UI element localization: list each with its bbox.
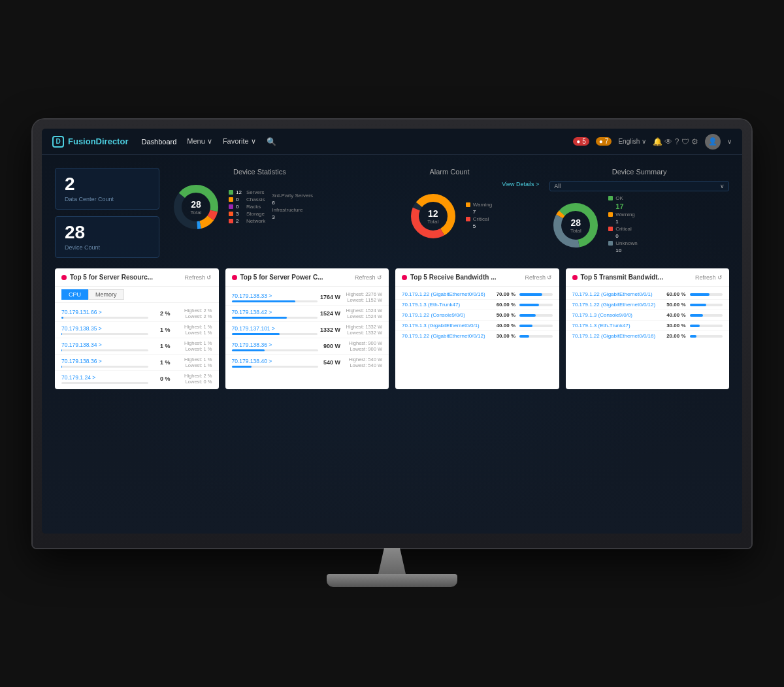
server-power-title: Top 5 for Server Power C... [240,274,323,281]
device-count-card: 28 Device Count [55,216,159,258]
nav-right: ● 5 ● 7 English ∨ 🔔 👁 ? 🛡 ⚙ 👤 ∨ [573,134,732,150]
app-logo: D FusionDirector [52,136,128,148]
badge-red: ● 5 [573,137,589,146]
receive-bandwidth-dot [402,275,407,280]
device-summary-filter[interactable]: All ∨ [549,181,729,191]
row-ip[interactable]: 70.179.1.22 (GigabitEthernet0/0/16) [572,333,657,339]
view-details-link[interactable]: View Details > [360,181,540,187]
alarm-count-panel: Alarm Count View Details > [360,168,540,258]
left-stats: 2 Data Center Count 28 Device Count [55,168,159,258]
server-resource-refresh[interactable]: Refresh ↺ [184,274,212,281]
row-ip[interactable]: 70.179.138.42 > [232,309,318,315]
stand-base [327,574,457,587]
nav-links: Dashboard Menu ∨ Favorite ∨ 🔍 [141,137,560,146]
row-ip[interactable]: 70.179.138.36 > [232,342,319,348]
nav-icons: 🔔 👁 ? 🛡 ⚙ [653,137,698,146]
table-row: 70.179.131.66 > 2 % Highest: 2 %Lowest: … [55,306,219,322]
server-resource-card: Top 5 for Server Resourc... Refresh ↺ CP… [55,268,219,389]
tab-cpu[interactable]: CPU [61,289,88,300]
table-row: 70.179.1.24 > 0 % Highest: 2 %Lowest: 0 … [55,371,219,387]
stats-row: 2 Data Center Count 28 Device Count [55,168,729,258]
device-summary-title: Device Summary [549,168,729,176]
row-ip[interactable]: 70.179.1.22 (GigabitEthernet0/0/1) [572,291,657,297]
nav-menu[interactable]: Menu ∨ [187,137,212,146]
donut-center-device: 28 Total [191,199,202,216]
data-center-card: 2 Data Center Count [55,168,159,210]
alarm-legend: Warning 7 Critical 5 [466,202,493,231]
row-ip[interactable]: 70.179.131.66 > [61,309,148,315]
content-wrapper: 2 Data Center Count 28 Device Count [55,168,729,389]
row-ip[interactable]: 70.179.1.22 (GigabitEthernet0/0/12) [572,302,657,308]
alarm-count-title: Alarm Count [360,168,540,176]
row-ip[interactable]: 70.179.1.3 (Console9/0/0) [572,312,657,318]
app-name: FusionDirector [68,136,128,146]
summary-legend: OK 17 Warning 1 Critical 0 Unknown 10 [608,195,637,255]
table-row: 70.179.138.35 > 1 % Highest: 1 %Lowest: … [55,322,219,338]
summary-donut: 28 Total [549,199,602,251]
row-ip[interactable]: 70.179.137.101 > [232,325,318,332]
transmit-bandwidth-body: 70.179.1.22 (GigabitEthernet0/0/1) 60.00… [566,287,730,344]
server-resource-header: Top 5 for Server Resourc... Refresh ↺ [55,268,219,287]
device-statistics-donut: 28 Total [170,181,222,233]
server-resource-title: Top 5 for Server Resourc... [70,274,153,281]
table-row: 70.179.138.33 > 1764 W Highest: 2376 WLo… [225,289,389,306]
navbar: D FusionDirector Dashboard Menu ∨ Favori… [42,129,742,155]
table-row: 70.179.1.22 (GigabitEthernet0/0/1) 60.00… [566,289,730,300]
device-summary-chart: 28 Total OK 17 Warning 1 [549,195,729,255]
server-resource-body: 70.179.131.66 > 2 % Highest: 2 %Lowest: … [55,303,219,389]
row-ip[interactable]: 70.179.1.22 (GigabitEthernet0/0/16) [402,291,487,297]
receive-bandwidth-refresh[interactable]: Refresh ↺ [525,274,552,281]
donut-center-summary: 28 Total [570,217,581,233]
table-row: 70.179.1.22 (GigabitEthernet0/0/12) 50.0… [566,300,730,310]
table-row: 70.179.138.34 > 1 % Highest: 1 %Lowest: … [55,338,219,355]
row-ip[interactable]: 70.179.1.22 (GigabitEthernet0/0/12) [402,333,487,339]
logo-icon: D [52,136,64,148]
monitor-screen: D FusionDirector Dashboard Menu ∨ Favori… [42,129,742,534]
badge-orange: ● 7 [596,137,612,146]
table-row: 70.179.1.3 (Eth-Trunk47) 30.00 % [566,321,730,331]
receive-bandwidth-title: Top 5 Receive Bandwidth ... [410,274,497,281]
row-ip[interactable]: 70.179.138.36 > [61,358,148,364]
monitor-bezel: D FusionDirector Dashboard Menu ∨ Favori… [33,120,751,548]
table-row: 70.179.138.40 > 540 W Highest: 540 WLowe… [225,355,389,370]
table-row: 70.179.138.36 > 1 % Highest: 1 %Lowest: … [55,355,219,371]
receive-bandwidth-card: Top 5 Receive Bandwidth ... Refresh ↺ 70… [395,268,559,389]
middle-panels: Device Statistics [170,168,729,258]
server-power-refresh[interactable]: Refresh ↺ [355,274,382,281]
table-row: 70.179.1.22 (GigabitEthernet0/0/16) 20.0… [566,331,730,341]
row-ip[interactable]: 70.179.1.22 (Console9/0/0) [402,312,487,318]
server-power-header: Top 5 for Server Power C... Refresh ↺ [225,268,389,287]
transmit-bandwidth-title: Top 5 Transmit Bandwidt... [581,274,664,281]
server-power-title-row: Top 5 for Server Power C... [232,274,323,281]
nav-dashboard[interactable]: Dashboard [141,138,176,146]
table-row: 70.179.1.3 (Eth-Trunk47) 60.00 % [395,300,559,310]
row-ip[interactable]: 70.179.1.24 > [61,374,148,381]
row-ip[interactable]: 70.179.138.40 > [232,358,319,364]
search-icon[interactable]: 🔍 [267,137,276,146]
tab-memory[interactable]: Memory [88,289,124,300]
table-row: 70.179.1.3 (GigabitEthernet0/0/1) 40.00 … [395,321,559,331]
row-ip[interactable]: 70.179.1.3 (GigabitEthernet0/0/1) [402,323,487,328]
table-row: 70.179.137.101 > 1332 W Highest: 1332 WL… [225,322,389,338]
table-row: 70.179.1.22 (Console9/0/0) 50.00 % [395,310,559,321]
table-row: 70.179.1.3 (Console9/0/0) 40.00 % [566,310,730,321]
device-count: 28 [65,223,150,242]
table-row: 70.179.1.22 (GigabitEthernet0/0/12) 30.0… [395,331,559,341]
row-ip[interactable]: 70.179.138.33 > [232,293,318,299]
receive-bandwidth-title-row: Top 5 Receive Bandwidth ... [402,274,497,281]
language-selector[interactable]: English ∨ [618,138,646,145]
table-row: 70.179.138.36 > 900 W Highest: 900 WLowe… [225,338,389,355]
stand-neck [372,548,412,574]
device-statistics-legend: 12Servers 0Chassis 0Racks 3Storage 2Netw… [229,189,265,225]
row-ip[interactable]: 70.179.138.34 > [61,342,148,348]
transmit-bandwidth-dot [572,275,578,280]
row-ip[interactable]: 70.179.1.3 (Eth-Trunk47) [572,323,657,328]
avatar[interactable]: 👤 [705,134,721,150]
row-ip[interactable]: 70.179.1.3 (Eth-Trunk47) [402,302,487,308]
receive-bandwidth-header: Top 5 Receive Bandwidth ... Refresh ↺ [395,268,559,287]
avatar-chevron[interactable]: ∨ [727,138,732,145]
nav-favorite[interactable]: Favorite ∨ [223,137,256,146]
donut-center-alarm: 12 Total [427,208,438,225]
row-ip[interactable]: 70.179.138.35 > [61,325,148,332]
transmit-bandwidth-refresh[interactable]: Refresh ↺ [695,274,723,281]
